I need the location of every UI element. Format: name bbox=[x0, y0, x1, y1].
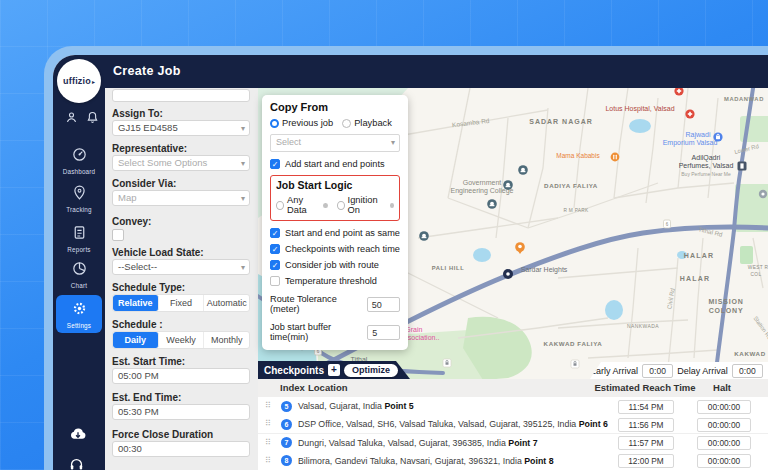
sidebar-item-reports[interactable]: Reports bbox=[56, 224, 102, 253]
checkpoints-tab[interactable]: Checkpoints + Optimize bbox=[258, 361, 410, 379]
reports-icon bbox=[71, 227, 88, 244]
col-location: Location bbox=[308, 379, 348, 397]
cloud-download-icon[interactable] bbox=[68, 425, 88, 445]
reach-time-input[interactable]: 11:54 PM bbox=[618, 400, 674, 414]
location-text: Bilimora, Gandevi Taluka, Navsari, Gujar… bbox=[298, 452, 554, 470]
map-label: KAKWAD bbox=[734, 350, 765, 357]
info-dot-icon bbox=[323, 203, 327, 208]
schedule-segmented: DailyWeeklyMonthly bbox=[112, 331, 250, 349]
schedule-type-option[interactable]: Fixed bbox=[159, 295, 205, 311]
schedule-type-option[interactable]: Automatic bbox=[204, 295, 249, 311]
schedule-type-label: Schedule Type: bbox=[112, 282, 185, 293]
route-tolerance-row: Route Tolerance (meter) 50 bbox=[270, 294, 400, 314]
user-icon[interactable] bbox=[64, 110, 79, 129]
map-label: COLONY bbox=[709, 307, 744, 314]
sidebar-item-label: Reports bbox=[56, 246, 102, 253]
panel-checkbox[interactable]: Temperature threshold bbox=[270, 276, 400, 286]
map-label: Emporium Valsad bbox=[663, 139, 718, 147]
page-title: Create Job bbox=[113, 55, 181, 88]
col-index: Index bbox=[280, 379, 305, 397]
table-row[interactable]: ⠿7Dungri, Valsad Taluka, Valsad, Gujarat… bbox=[258, 434, 768, 453]
map-label: Engineering College bbox=[450, 187, 513, 195]
info-dot-icon bbox=[390, 203, 394, 208]
reach-time-input[interactable]: 12:00 PM bbox=[618, 454, 674, 468]
col-reach-time: Estimated Reach Time bbox=[594, 379, 695, 397]
table-row[interactable]: ⠿5Valsad, Gujarat, India Point 511:54 PM… bbox=[258, 397, 768, 416]
mosque-marker bbox=[518, 165, 528, 175]
top-partial-input[interactable] bbox=[112, 89, 250, 102]
index-badge: 5 bbox=[281, 401, 292, 412]
est-start-time-input[interactable]: 05:00 PM bbox=[112, 368, 250, 384]
drag-handle-icon[interactable]: ⠿ bbox=[265, 456, 271, 465]
copy-from-select[interactable]: Select▾ bbox=[270, 134, 400, 152]
schedule-type-option[interactable]: Relative bbox=[113, 295, 159, 311]
sidebar-top-icons bbox=[62, 110, 102, 129]
assign-to-select[interactable]: GJ15 ED4585▾ bbox=[112, 120, 250, 136]
hospital-marker bbox=[685, 109, 694, 118]
sidebar-item-chart[interactable]: Chart bbox=[56, 260, 102, 289]
sidebar-item-tracking[interactable]: Tracking bbox=[56, 184, 102, 213]
location-text: Dungri, Valsad Taluka, Valsad, Gujarat, … bbox=[298, 434, 538, 452]
arrival-settings-strip: Early Arrival 0:00 Delay Arrival 0:00 bbox=[590, 362, 768, 379]
optimize-button[interactable]: Optimize bbox=[344, 364, 398, 377]
dashboard-icon bbox=[71, 149, 88, 166]
schedule-option[interactable]: Weekly bbox=[159, 332, 205, 348]
map-label: Buy Perfume Near Me bbox=[681, 171, 731, 177]
radio-label: Any Data bbox=[287, 195, 320, 215]
est-end-time-input[interactable]: 05:30 PM bbox=[112, 404, 250, 420]
copy-source-radio[interactable]: Previous job bbox=[270, 118, 333, 128]
poi-marker bbox=[611, 153, 620, 162]
brand-logo[interactable]: uffizio ▸ bbox=[57, 59, 101, 103]
sidebar-item-label: Chart bbox=[56, 282, 102, 289]
early-arrival-input[interactable]: 0:00 bbox=[642, 364, 673, 378]
add-start-end-points-checkbox[interactable]: ✓ Add start and end points bbox=[270, 159, 400, 169]
schedule-option[interactable]: Monthly bbox=[204, 332, 249, 348]
drag-handle-icon[interactable]: ⠿ bbox=[265, 438, 271, 447]
copy-source-radio[interactable]: Playback bbox=[342, 118, 392, 128]
force-close-duration-input[interactable]: 00:30 bbox=[112, 441, 250, 457]
delay-arrival-label: Delay Arrival bbox=[677, 366, 728, 376]
drag-handle-icon[interactable]: ⠿ bbox=[265, 419, 271, 428]
job-start-logic-radio[interactable]: Ignition On bbox=[337, 195, 394, 215]
halt-input[interactable]: 00:00:00 bbox=[697, 418, 751, 432]
checkbox-checked-icon: ✓ bbox=[270, 260, 280, 270]
panel-checkbox[interactable]: ✓Checkpoints with reach time bbox=[270, 244, 400, 254]
logo-arrow-icon: ▸ bbox=[92, 78, 95, 85]
buffer-time-input[interactable]: 5 bbox=[367, 325, 400, 340]
reach-time-input[interactable]: 11:56 PM bbox=[618, 418, 674, 432]
lock-marker bbox=[443, 359, 451, 367]
map-label: SADAR NAGAR bbox=[529, 118, 593, 125]
panel-checkbox[interactable]: ✓Consider job with route bbox=[270, 260, 400, 270]
reach-time-input[interactable]: 11:57 PM bbox=[618, 436, 674, 450]
vehicle-load-state-select[interactable]: --Select--▾ bbox=[112, 259, 250, 275]
col-halt: Halt bbox=[713, 379, 731, 397]
halt-input[interactable]: 00:00:00 bbox=[697, 436, 751, 450]
table-row[interactable]: ⠿6DSP Office, Valsad, SH6, Valsad Taluka… bbox=[258, 415, 768, 434]
index-badge: 8 bbox=[281, 455, 292, 466]
sidebar-item-settings[interactable]: Settings bbox=[56, 295, 102, 333]
checkbox-label: Checkpoints with reach time bbox=[285, 244, 400, 254]
chevron-down-icon: ▾ bbox=[241, 192, 245, 206]
job-start-logic-radio[interactable]: Any Data bbox=[276, 195, 328, 215]
chevron-down-icon: ▾ bbox=[241, 261, 245, 275]
sidebar-item-dashboard[interactable]: Dashboard bbox=[56, 146, 102, 175]
table-row[interactable]: ⠿8Bilimora, Gandevi Taluka, Navsari, Guj… bbox=[258, 452, 768, 470]
halt-input[interactable]: 00:00:00 bbox=[697, 400, 751, 414]
route-tolerance-input[interactable]: 50 bbox=[367, 297, 400, 312]
delay-arrival-input[interactable]: 0:00 bbox=[732, 364, 763, 378]
mosque-marker bbox=[503, 180, 513, 190]
lock-marker bbox=[571, 360, 579, 368]
checkbox-label: Temperature threshold bbox=[285, 276, 377, 286]
add-checkpoint-button[interactable]: + bbox=[328, 364, 340, 376]
schedule-option[interactable]: Daily bbox=[113, 332, 159, 348]
consider-via-select[interactable]: Map▾ bbox=[112, 190, 250, 206]
headset-icon[interactable] bbox=[68, 456, 85, 470]
convey-checkbox[interactable] bbox=[112, 229, 124, 241]
assign-to-label: Assign To: bbox=[112, 108, 163, 119]
halt-input[interactable]: 00:00:00 bbox=[697, 454, 751, 468]
drag-handle-icon[interactable]: ⠿ bbox=[265, 401, 271, 410]
panel-checkbox[interactable]: ✓Start and end point as same bbox=[270, 228, 400, 238]
chevron-down-icon: ▾ bbox=[241, 157, 245, 171]
representative-select[interactable]: Select Some Options▾ bbox=[112, 155, 250, 171]
notification-bell-icon[interactable] bbox=[85, 110, 100, 129]
